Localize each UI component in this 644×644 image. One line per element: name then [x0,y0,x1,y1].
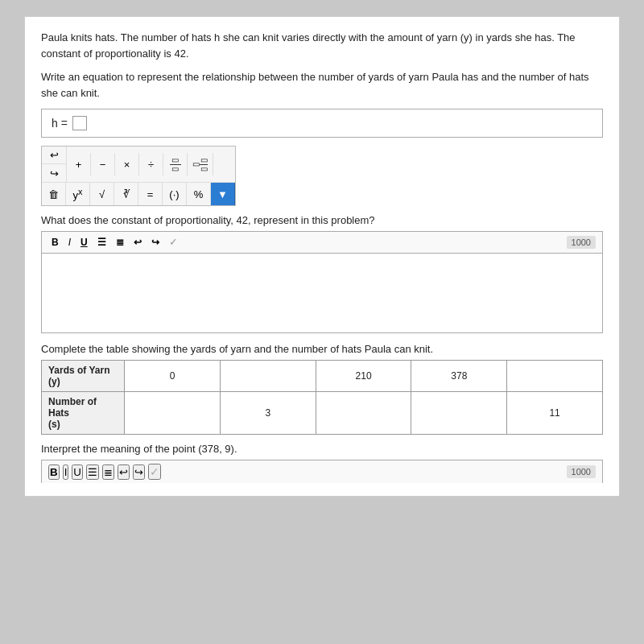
redo-button[interactable]: ↪ [42,164,66,182]
word-count-1: 1000 [567,236,596,249]
times-button[interactable]: × [115,153,139,175]
hats-val-1: 3 [220,392,316,435]
problem-text-2: Write an equation to represent the relat… [41,69,603,101]
equation-label: h = [52,117,68,130]
hats-input-3-field[interactable] [411,403,506,423]
trash-button[interactable]: 🗑 [42,183,66,205]
number-list-button-1[interactable]: ≣ [113,235,127,250]
dropdown-button[interactable]: ▼ [211,183,235,205]
plus-button[interactable]: + [67,153,91,175]
hats-input-0[interactable] [125,392,221,435]
italic-button-1[interactable]: I [65,235,74,250]
undo-button[interactable]: ↩ [42,147,66,164]
yarn-input-1[interactable] [220,361,316,392]
underline-button-2[interactable]: U [72,464,83,480]
number-list-button-2[interactable]: ≣ [102,464,114,480]
redo-text-button-1[interactable]: ↪ [148,235,163,250]
check-button-2[interactable]: ✓ [148,464,161,480]
question-1-text: What does the constant of proportionalit… [41,214,603,226]
check-button-1[interactable]: ✓ [166,235,180,250]
power-button[interactable]: yx [66,183,90,205]
bold-button-1[interactable]: B [48,235,62,250]
yarn-header: Yards of Yarn(y) [42,361,125,392]
minus-button[interactable]: − [91,153,115,175]
mixed-number-button[interactable]: ▭▭▭ [188,153,213,175]
equals-button[interactable]: = [138,183,163,205]
divide-button[interactable]: ÷ [139,153,163,175]
cbrt-button[interactable]: ∛ [114,183,138,205]
text-editor-area-1[interactable] [41,253,603,333]
bullet-list-button-2[interactable]: ☰ [86,464,99,480]
paren-button[interactable]: (·) [163,183,187,205]
hats-input-2[interactable] [316,392,411,435]
equation-input-box: h = [41,109,603,138]
hats-input-0-field[interactable] [125,403,220,423]
hats-val-4: 11 [507,392,603,435]
table-label: Complete the table showing the yards of … [41,343,603,355]
undo-text-button-1[interactable]: ↩ [130,235,145,250]
math-toolbar: ↩ ↪ + − × ÷ ▭ ▭ ▭▭▭ 🗑 yx √ ∛ [41,146,236,206]
yarn-val-3: 378 [411,361,507,392]
hats-header: Number of Hats(s) [42,392,125,435]
undo-text-button-2[interactable]: ↩ [118,464,130,480]
italic-button-2[interactable]: I [63,464,69,480]
equation-placeholder[interactable] [72,116,87,130]
interpret-text: Interpret the meaning of the point (378,… [41,443,603,455]
undo-redo-group: ↩ ↪ [42,147,67,182]
yarn-val-0: 0 [125,361,221,392]
hats-input-2-field[interactable] [316,403,411,423]
fraction-button[interactable]: ▭ ▭ [163,153,188,175]
yarn-input-4-field[interactable] [507,366,602,386]
hats-input-3[interactable] [411,392,507,435]
bullet-list-button-1[interactable]: ☰ [94,235,109,250]
percent-button[interactable]: % [187,183,211,205]
text-editor-toolbar-1: B I U ☰ ≣ ↩ ↪ ✓ 1000 [41,231,603,253]
word-count-2: 1000 [567,465,596,478]
problem-text-1: Paula knits hats. The number of hats h s… [41,30,603,61]
underline-button-1[interactable]: U [77,235,91,250]
yarn-val-2: 210 [316,361,411,392]
yarn-table: Yards of Yarn(y) 0 210 378 Number of Hat… [41,360,603,435]
bold-button-2[interactable]: B [48,464,60,480]
yarn-input-1-field[interactable] [221,366,316,386]
text-editor-toolbar-2: B I U ☰ ≣ ↩ ↪ ✓ 1000 [41,460,603,483]
yarn-input-4[interactable] [507,361,603,392]
redo-text-button-2[interactable]: ↪ [133,464,145,480]
sqrt-button[interactable]: √ [90,183,114,205]
